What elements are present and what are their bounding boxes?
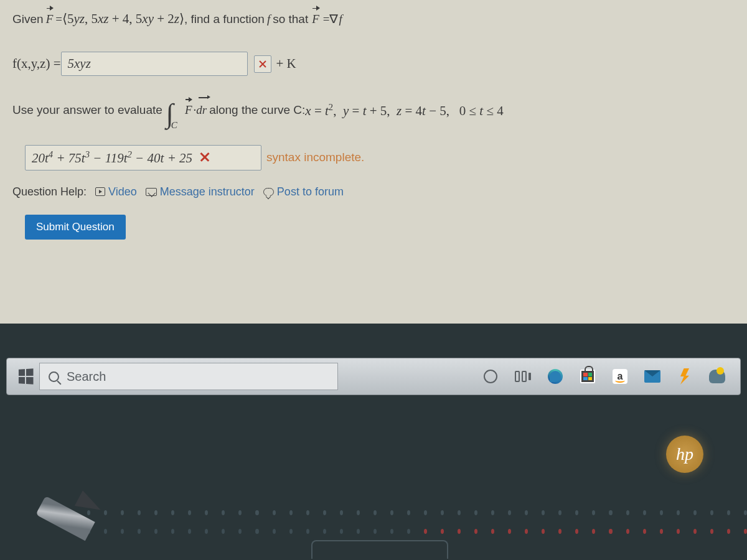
text: Use your answer to evaluate [12,103,162,117]
edge-browser-button[interactable] [546,367,565,386]
cortana-icon [484,370,497,383]
link-text: Video [108,185,137,198]
touchpad-outline [311,540,448,559]
microsoft-store-button[interactable] [578,367,597,386]
text: Given [12,12,44,26]
bolt-icon [680,368,689,385]
stylus-pen [37,495,106,551]
mail-app-button[interactable] [643,367,662,386]
answer-lhs: f(x,y,z) = [12,56,61,72]
curve-definition: x = t2, y = t + 5, z = 4t − 5, 0 ≤ t ≤ 4 [305,102,503,119]
mail-icon [146,188,157,196]
f-variable: f [267,12,270,26]
vector-F-rhs: F [312,12,319,26]
incorrect-mark-button[interactable] [254,55,271,73]
speech-icon [263,188,274,196]
power-app-button[interactable] [675,367,694,386]
line-integral-input[interactable]: 20t4 + 75t3 − 119t2 − 40t + 25 [25,145,261,170]
store-icon [580,370,595,383]
amazon-icon: a [613,369,627,384]
x-icon [199,151,212,164]
potential-function-input[interactable]: 5xyz [61,52,248,76]
text: = [55,12,62,26]
integral-symbol: ∫C [166,105,180,124]
problem-statement: Given F = ⟨5yz, 5xz + 4, 5xy + 2z⟩ , fin… [12,11,735,27]
post-to-forum-link[interactable]: Post to forum [263,185,344,198]
search-icon [49,371,59,382]
search-placeholder: Search [67,370,106,384]
plus-k-text: + K [276,56,296,72]
hp-logo: hp [666,436,703,473]
edge-icon [548,369,563,384]
nabla-symbol: ∇ [329,12,338,26]
question-panel: Given F = ⟨5yz, 5xz + 4, 5xy + 2z⟩ , fin… [0,0,747,324]
vector-F: F [46,12,54,26]
vector-expression: ⟨5yz, 5xz + 4, 5xy + 2z⟩ [62,11,184,27]
submit-question-button[interactable]: Submit Question [25,215,126,240]
cortana-button[interactable] [481,367,500,386]
task-view-button[interactable] [514,367,532,386]
help-label: Question Help: [12,185,87,198]
taskbar-search-input[interactable]: Search [39,363,338,390]
x-icon [258,60,267,68]
amazon-app-button[interactable]: a [611,367,629,386]
taskview-icon [515,371,531,382]
video-help-link[interactable]: Video [95,185,137,198]
answer-row-2: 20t4 + 75t3 − 119t2 − 40t + 25 syntax in… [12,145,735,170]
text: so that [273,12,308,26]
weather-icon [709,370,725,383]
play-icon [95,187,105,196]
keyboard-reflection [0,510,747,515]
link-text: Message instructor [160,185,255,198]
f-variable: f [339,12,342,26]
question-help-row: Question Help: Video Message instructor … [12,185,735,198]
link-text: Post to forum [277,185,344,198]
windows-taskbar: Search a [6,358,741,395]
message-instructor-link[interactable]: Message instructor [146,185,255,198]
text: = [323,12,330,26]
part2-statement: Use your answer to evaluate ∫C F · dr al… [12,101,735,120]
start-button[interactable] [12,363,39,390]
mail-app-icon [644,370,660,383]
taskbar-icons: a [481,367,735,386]
text: along the curve C: [209,103,305,117]
vector-F: F [185,103,192,117]
keyboard-reflection [0,529,747,534]
weather-app-button[interactable] [708,367,726,386]
text: , find a function [184,12,265,26]
windows-icon [19,368,34,385]
dr-vector: dr [196,103,207,117]
syntax-feedback: syntax incomplete. [266,151,364,164]
answer-row-1: f(x,y,z) = 5xyz + K [12,52,735,76]
